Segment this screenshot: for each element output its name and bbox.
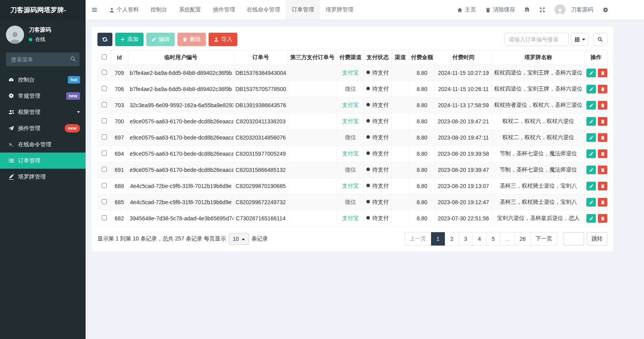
row-edit-button[interactable] xyxy=(586,69,596,77)
nav-item-online-commands[interactable]: 在线命令管理 xyxy=(241,0,286,20)
page-button[interactable]: 4 xyxy=(472,232,487,246)
fullscreen-button[interactable] xyxy=(535,7,550,13)
nav-item-dashboard[interactable]: 控制台 xyxy=(145,0,173,20)
row-checkbox[interactable] xyxy=(102,199,107,204)
row-delete-button[interactable] xyxy=(598,198,607,207)
cell-id: 682 xyxy=(111,210,128,227)
jump-button[interactable]: 跳转 xyxy=(587,232,607,246)
cell-amount: 8.80 xyxy=(409,194,435,210)
row-edit-button[interactable] xyxy=(586,214,596,223)
pay-channel-text: 支付宝 xyxy=(342,150,359,156)
cell-pay-status: 待支付 xyxy=(364,65,392,81)
table-row: 703 32c3ea95-6e09-9592-162a-6a55ba9e8293… xyxy=(98,97,608,114)
row-delete-button[interactable] xyxy=(598,133,607,142)
jump-page-input[interactable] xyxy=(564,232,584,246)
row-delete-button[interactable] xyxy=(598,85,607,93)
sidebar-item-dashboard[interactable]: 控制台 hot xyxy=(0,72,86,88)
row-checkbox[interactable] xyxy=(102,167,107,172)
nav-item-tarot[interactable]: 塔罗牌管理 xyxy=(320,0,359,20)
cell-checkbox xyxy=(98,130,111,146)
cell-user-no: e9ce0575-aa63-6170-bede-dcd8b26eaaca xyxy=(128,162,234,178)
page-button[interactable]: 3 xyxy=(459,232,473,246)
nav-item-plugins[interactable]: 插件管理 xyxy=(207,0,241,20)
search-icon[interactable] xyxy=(70,56,76,62)
columns-dropdown-button[interactable] xyxy=(571,33,588,46)
sidebar-item-tarot[interactable]: 塔罗牌管理 xyxy=(0,169,86,185)
next-page-button[interactable]: 下一页 xyxy=(530,232,557,246)
row-delete-button[interactable] xyxy=(598,182,607,190)
row-checkbox[interactable] xyxy=(102,86,107,91)
row-checkbox[interactable] xyxy=(102,118,107,123)
records-info: 显示第 1 到第 10 条记录，总共 257 条记录 每页显示 10 条记录 xyxy=(97,233,268,245)
row-edit-button[interactable] xyxy=(586,133,596,142)
home-label: 主页 xyxy=(465,6,476,13)
table-search-button[interactable] xyxy=(593,33,607,46)
row-checkbox[interactable] xyxy=(102,70,107,75)
pay-status-text: 待支付 xyxy=(372,166,389,173)
page-button[interactable]: ... xyxy=(500,232,515,246)
add-button[interactable]: 添加 xyxy=(115,33,144,46)
edit-button[interactable]: 编辑 xyxy=(146,33,175,46)
clear-cache-button[interactable]: 清除缓存 xyxy=(481,6,520,13)
sidebar-item-plugins[interactable]: 插件管理 new xyxy=(0,120,86,136)
sidebar-item-orders[interactable]: 订单管理 xyxy=(0,153,86,169)
log-button[interactable] xyxy=(520,7,535,13)
cell-third-party-no xyxy=(288,114,337,130)
cell-tarot-names: 权杖二，权杖六，权杖六逆位 xyxy=(492,114,585,130)
row-edit-button[interactable] xyxy=(586,101,596,110)
row-checkbox[interactable] xyxy=(102,215,107,220)
row-checkbox[interactable] xyxy=(102,151,107,156)
nav-item-system-config[interactable]: 系统配置 xyxy=(173,0,207,20)
page-size-dropdown[interactable]: 10 xyxy=(229,233,249,245)
column-header: 第三方支付订单号 xyxy=(288,50,337,65)
row-edit-button[interactable] xyxy=(586,198,596,207)
row-delete-button[interactable] xyxy=(598,117,607,126)
page-button[interactable]: 26 xyxy=(514,232,531,246)
row-delete-button[interactable] xyxy=(598,149,607,158)
orders-table: Id临时用户编号订单号第三方支付订单号付费渠道支付状态渠道付费金额付费时间塔罗牌… xyxy=(97,50,608,227)
row-checkbox[interactable] xyxy=(102,134,107,140)
page-button[interactable]: 2 xyxy=(445,232,459,246)
page-button[interactable]: 1 xyxy=(431,232,445,246)
row-edit-button[interactable] xyxy=(586,149,596,158)
table-row: 688 4e4c5cad-72be-c9f6-31f8-7012b19b6d9e… xyxy=(98,178,608,194)
order-search-input[interactable] xyxy=(504,33,569,46)
prev-page-button[interactable]: 上一页 xyxy=(405,232,431,246)
row-edit-button[interactable] xyxy=(586,182,596,190)
nav-item-orders[interactable]: 订单管理 xyxy=(286,0,320,20)
caret-down-icon xyxy=(582,39,585,41)
nav-item-profile[interactable]: 个人资料 xyxy=(103,0,145,20)
row-delete-button[interactable] xyxy=(598,69,607,77)
user-menu[interactable]: 刀客源码 xyxy=(550,4,598,15)
import-button[interactable]: 导入 xyxy=(209,33,237,46)
sidebar-item-online-commands[interactable]: >_ 在线命令管理 xyxy=(0,136,86,153)
status-dot-icon xyxy=(366,119,370,123)
menu-search-input[interactable] xyxy=(6,52,80,66)
table-row: 706 b7fe4ae2-ba9a-6dd5-84b8-d89402c36f9b… xyxy=(98,81,608,97)
select-all-checkbox[interactable] xyxy=(102,54,107,60)
app-logo[interactable]: 刀客源码网塔罗牌- xyxy=(0,0,86,20)
sidebar-item-permissions[interactable]: 权限管理 xyxy=(0,104,86,120)
avatar xyxy=(6,26,24,44)
row-delete-button[interactable] xyxy=(598,214,607,223)
row-edit-button[interactable] xyxy=(586,117,596,126)
refresh-button[interactable] xyxy=(97,33,112,46)
row-checkbox[interactable] xyxy=(102,183,107,188)
sidebar-item-general[interactable]: 常规管理 new xyxy=(0,88,86,104)
row-edit-button[interactable] xyxy=(586,85,596,93)
delete-button[interactable]: 删除 xyxy=(177,33,206,46)
row-edit-button[interactable] xyxy=(586,166,596,174)
cell-pay-time: 2023-08-20 19:13:07 xyxy=(435,178,492,194)
row-checkbox[interactable] xyxy=(102,102,107,107)
row-delete-button[interactable] xyxy=(598,166,607,174)
cell-tarot-names: 权杖四逆位，宝剑王牌，圣杯六逆位 xyxy=(492,65,585,81)
cell-third-party-no xyxy=(288,178,337,194)
sidebar-item-label: 订单管理 xyxy=(18,157,40,164)
page-button[interactable]: 5 xyxy=(486,232,500,246)
home-button[interactable]: 主页 xyxy=(452,6,481,13)
refresh-icon xyxy=(102,37,108,42)
pencil-icon xyxy=(589,200,594,205)
sidebar-toggle-button[interactable] xyxy=(86,0,103,20)
settings-button[interactable] xyxy=(598,7,613,13)
row-delete-button[interactable] xyxy=(598,101,607,110)
